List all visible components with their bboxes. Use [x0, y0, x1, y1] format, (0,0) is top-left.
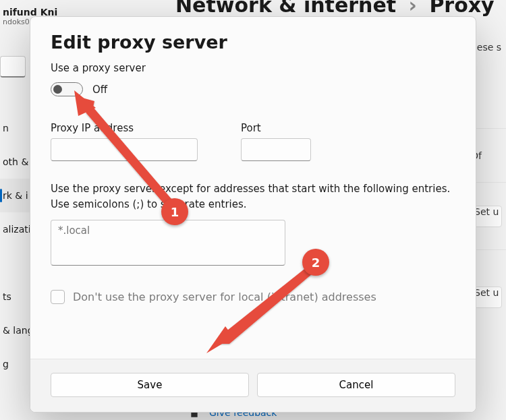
bypass-local-label: Don't use the proxy server for local (in… [73, 291, 376, 303]
proxy-ip-input[interactable] [51, 138, 198, 161]
bypass-local-checkbox[interactable] [51, 290, 65, 304]
proxy-port-label: Port [241, 122, 311, 134]
cancel-button[interactable]: Cancel [257, 373, 455, 397]
exceptions-help-text: Use the proxy server except for addresse… [51, 181, 455, 212]
exceptions-input[interactable] [51, 220, 285, 266]
toggle-state-label: Off [92, 84, 107, 96]
use-proxy-label: Use a proxy server [51, 62, 455, 74]
dialog-title: Edit proxy server [51, 32, 455, 53]
save-button[interactable]: Save [51, 373, 249, 397]
edit-proxy-dialog: Edit proxy server Use a proxy server Off… [30, 16, 476, 413]
use-proxy-toggle[interactable] [51, 82, 83, 96]
proxy-port-input[interactable] [241, 138, 311, 161]
proxy-ip-label: Proxy IP address [51, 122, 198, 134]
